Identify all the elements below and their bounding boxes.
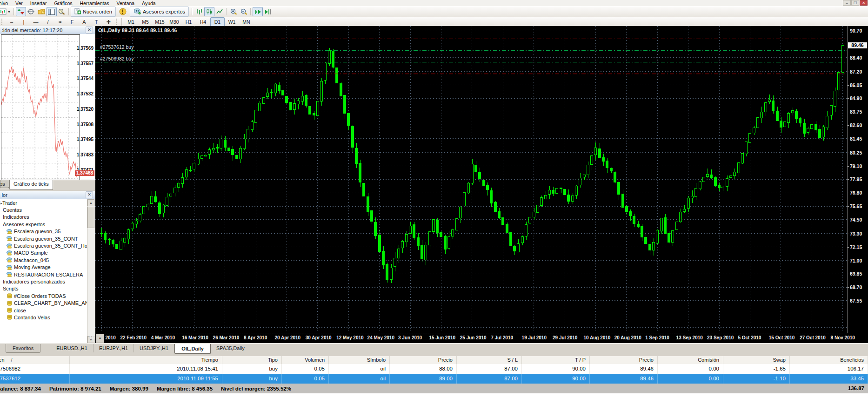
- cursor-tool-icon[interactable]: –: [6, 17, 18, 27]
- auto-scroll-button[interactable]: [253, 7, 263, 16]
- tick-price-label: 1.37569: [77, 46, 93, 51]
- maximize-button[interactable]: ☐: [851, 0, 859, 6]
- navigator-item[interactable]: CLEAR_CHART_BY_NAME_AND_TYPE: [0, 299, 87, 306]
- navigator-scrollbar[interactable]: ▲ ▼: [87, 199, 95, 343]
- timeframe-m30[interactable]: M30: [167, 17, 181, 27]
- terminal-column-precio[interactable]: Precio: [390, 356, 457, 364]
- date-axis-label: 4 Mar 2010: [151, 335, 175, 340]
- menu-insertar[interactable]: Insertar: [27, 0, 51, 6]
- navigator-close-icon[interactable]: ✕: [86, 191, 93, 198]
- line-chart-mode-button[interactable]: [214, 7, 225, 16]
- menu-archivo[interactable]: Archivo: [0, 0, 12, 6]
- tab-simbolos[interactable]: Símbolos: [0, 180, 9, 188]
- chart-tab-eurusdh1[interactable]: EURUSD.,H1: [51, 344, 93, 352]
- trendline-tool-icon[interactable]: /: [42, 17, 54, 27]
- timeframe-h4[interactable]: H4: [196, 17, 210, 27]
- tick-price-label: 1.37557: [77, 61, 93, 66]
- text-label-tool-icon[interactable]: T: [90, 17, 102, 27]
- navigator-item[interactable]: Escalera guevon_35_CONT_Hora: [0, 242, 87, 249]
- vertical-line-tool-icon[interactable]: |: [18, 17, 30, 27]
- order-row-27537612[interactable]: 275376122010.11.09 11:55buy0.05oil89.008…: [0, 374, 868, 384]
- navigator-item[interactable]: Indicadores: [0, 214, 87, 221]
- timeframe-w1[interactable]: W1: [225, 17, 239, 27]
- terminal-column-swap[interactable]: Swap: [723, 356, 790, 364]
- navigator-item[interactable]: RESTAURACION ESCALERA: [0, 271, 87, 278]
- terminal-column-tipo[interactable]: Tipo: [222, 356, 282, 364]
- terminal-column-orden[interactable]: Orden/: [0, 356, 70, 364]
- navigator-item[interactable]: Moving Average: [0, 264, 87, 271]
- terminal-column-sl[interactable]: S / L: [457, 356, 522, 364]
- terminal-column-smbolo[interactable]: Símbolo: [329, 356, 390, 364]
- new-order-button[interactable]: Nueva orden: [71, 7, 116, 17]
- terminal-column-comisin[interactable]: Comisión: [658, 356, 723, 364]
- navigator-item[interactable]: Asesores expertos: [0, 221, 87, 228]
- terminal-column-beneficios[interactable]: Beneficios: [790, 356, 868, 364]
- summary-item: Patrimonio: 8 974.21: [49, 386, 101, 391]
- order-cell: oil: [329, 374, 390, 384]
- tab-favoritos[interactable]: Favoritos: [6, 344, 40, 353]
- navigator-item[interactable]: Cuentas: [0, 206, 87, 213]
- zoom-in-button[interactable]: [228, 7, 239, 16]
- horizontal-line-tool-icon[interactable]: —: [30, 17, 42, 27]
- terminal-column-tiempo[interactable]: Tiempo: [70, 356, 222, 364]
- terminal-button[interactable]: [57, 7, 67, 16]
- navigator-item[interactable]: B-Trader: [0, 199, 87, 206]
- close-button[interactable]: ✕: [860, 0, 868, 6]
- navigator-item[interactable]: #Close Orders TODAS: [0, 292, 87, 299]
- svg-text:#27506982 buy: #27506982 buy: [100, 56, 134, 61]
- market-watch-close-icon[interactable]: ✕: [86, 27, 93, 34]
- data-window-button[interactable]: [26, 7, 36, 16]
- equidistant-channel-tool-icon[interactable]: ≈: [54, 17, 66, 27]
- chart-shift-button[interactable]: [263, 7, 273, 16]
- timeframe-d1[interactable]: D1: [210, 17, 225, 27]
- order-row-27506982[interactable]: 275069822010.11.08 15:41buy0.05oil88.008…: [0, 364, 868, 374]
- terminal-column-precio[interactable]: Precio: [590, 356, 658, 364]
- main-chart[interactable]: #27537612 buy#27506982 buy OIL,Daily 89.…: [95, 26, 868, 343]
- fibonacci-tool-icon[interactable]: F: [66, 17, 78, 27]
- tab-grafico-de-ticks[interactable]: Gráfico de ticks: [9, 180, 53, 190]
- navigator-item[interactable]: Scripts: [0, 285, 87, 292]
- timeframe-m15[interactable]: M15: [153, 17, 167, 27]
- robot-icon: [134, 8, 141, 15]
- chart-scroll-button[interactable]: ▲: [96, 334, 104, 343]
- chart-tab-eurjpyh1[interactable]: EURJPY.,H1: [93, 344, 134, 352]
- expert-advisors-button[interactable]: Asesores expertos: [130, 7, 189, 17]
- arrows-tool-icon[interactable]: ✚: [102, 17, 114, 27]
- menu-herramientas[interactable]: Herramientas: [76, 0, 113, 6]
- minimize-button[interactable]: –: [843, 0, 851, 6]
- chart-tab-spa35daily[interactable]: SPA35,Daily: [211, 344, 250, 352]
- tick-price-label: 1.37544: [77, 76, 93, 81]
- menu-ventana[interactable]: Ventana: [113, 0, 139, 6]
- navigator-item[interactable]: Machacon_045: [0, 256, 87, 263]
- zoom-out-button[interactable]: [239, 7, 249, 16]
- navigator-item[interactable]: Contando Velas: [0, 314, 87, 321]
- scroll-up-icon[interactable]: ▲: [87, 199, 94, 206]
- menu-ayuda[interactable]: Ayuda: [138, 0, 160, 6]
- navigator-item[interactable]: Escalera guevon_35_CONT: [0, 235, 87, 242]
- text-tool-icon[interactable]: A: [78, 17, 90, 27]
- terminal-column-tp[interactable]: T / P: [522, 356, 590, 364]
- timeframe-m5[interactable]: M5: [138, 17, 153, 27]
- menu-grficos[interactable]: Gráficos: [50, 0, 76, 6]
- market-watch-button[interactable]: [16, 7, 26, 16]
- navigator-item[interactable]: MACD Sample: [0, 250, 87, 256]
- chart-tab-usdjpyh1[interactable]: USDJPY.,H1: [134, 344, 174, 352]
- scrollbar-thumb[interactable]: [87, 207, 94, 228]
- candlestick-mode-button[interactable]: [204, 7, 214, 16]
- navigator-item[interactable]: Escalera guevon_35: [0, 228, 87, 235]
- navigator-button[interactable]: [47, 7, 57, 16]
- navigator-item[interactable]: close: [0, 307, 87, 314]
- timeframe-m1[interactable]: M1: [124, 17, 138, 27]
- order-cell: 90.00: [522, 374, 590, 384]
- terminal-column-volumen[interactable]: Volumen: [282, 356, 329, 364]
- alert-button[interactable]: [118, 7, 128, 16]
- timeframe-h1[interactable]: H1: [181, 17, 196, 27]
- navigator-item[interactable]: Indicadores personalizados: [0, 278, 87, 285]
- chart-tab-oildaily[interactable]: OIL,Daily: [174, 344, 211, 354]
- timeframe-mn[interactable]: MN: [239, 17, 254, 27]
- tick-chart[interactable]: 1.375691.375571.375441.375321.375201.375…: [0, 34, 95, 180]
- new-chart-button[interactable]: ▼: [0, 7, 12, 16]
- bar-chart-mode-button[interactable]: [194, 7, 204, 16]
- menu-ver[interactable]: Ver: [12, 0, 27, 6]
- profiles-button[interactable]: [36, 7, 47, 16]
